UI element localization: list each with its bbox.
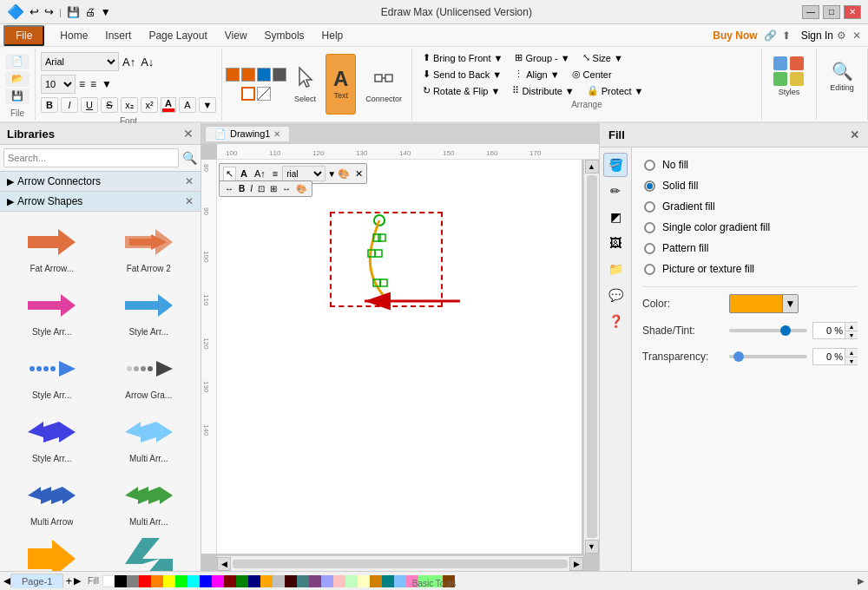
editing-button[interactable]: 🔍 Editing xyxy=(822,50,862,102)
shade-tint-down[interactable]: ▼ xyxy=(845,331,858,338)
transparency-up[interactable]: ▲ xyxy=(845,349,858,357)
gradient-fill-radio[interactable] xyxy=(644,201,655,213)
hscroll-thumb[interactable] xyxy=(233,560,568,568)
fill-help-icon[interactable]: ❓ xyxy=(603,309,628,333)
quick-access-button[interactable]: ▼ xyxy=(101,6,111,18)
vscroll-thumb[interactable] xyxy=(587,175,597,538)
sign-in-link[interactable]: Sign In xyxy=(801,30,833,42)
horizontal-scrollbar[interactable]: ◀ ▶ xyxy=(217,555,583,571)
bring-front-button[interactable]: ⬆ Bring to Front ▼ xyxy=(418,50,509,65)
new-button[interactable]: 📄 xyxy=(5,54,30,69)
tab-close-icon[interactable]: ✕ xyxy=(273,129,280,139)
arrow-shapes-close-icon[interactable]: ✕ xyxy=(185,195,194,207)
picture-fill-radio[interactable] xyxy=(644,264,655,275)
floating-select-icon[interactable]: ↖ xyxy=(223,167,236,181)
floating-font-select[interactable]: rial xyxy=(282,166,326,181)
highlight-button[interactable]: A xyxy=(179,97,196,113)
shade-tint-up[interactable]: ▲ xyxy=(845,323,858,331)
ft2-arrows-icon[interactable]: ↔ xyxy=(223,183,235,194)
pattern-fill-radio[interactable] xyxy=(644,243,655,254)
stroke-style-swatch[interactable] xyxy=(241,87,255,101)
vertical-scrollbar[interactable]: ▲ ▼ xyxy=(583,160,599,554)
ft2-style3-icon[interactable]: ↔ xyxy=(280,183,293,194)
insert-menu[interactable]: Insert xyxy=(96,28,140,43)
save-button[interactable]: 💾 xyxy=(67,6,80,18)
text-color-swatch[interactable] xyxy=(273,68,286,82)
align-left-icon[interactable]: ≡ xyxy=(77,78,87,90)
list-item[interactable]: Style Arr... xyxy=(5,280,99,340)
undo-button[interactable]: ↩ xyxy=(30,5,39,18)
symbols-menu[interactable]: Symbols xyxy=(256,28,313,43)
sidebar-close-icon[interactable]: ✕ xyxy=(183,127,194,141)
select-button[interactable]: Select xyxy=(288,54,322,115)
drawing1-tab[interactable]: 📄 Drawing1 ✕ xyxy=(205,126,290,141)
drawing-canvas[interactable]: ↖ A A↑ ≡ rial ▼ 🎨 ✕ ↔ B I ⊡ ⊞ xyxy=(217,160,582,554)
floating-font-size-icon[interactable]: A↑ xyxy=(252,167,268,180)
shape-style-swatch[interactable] xyxy=(257,87,271,101)
font-grow-icon[interactable]: A↑ xyxy=(121,56,137,69)
pattern-fill-option[interactable]: Pattern fill xyxy=(642,238,858,259)
send-back-button[interactable]: ⬇ Send to Back ▼ xyxy=(418,67,507,82)
no-fill-option[interactable]: No fill xyxy=(642,154,858,175)
no-fill-radio[interactable] xyxy=(644,160,655,171)
transparency-track[interactable] xyxy=(729,355,807,358)
fill-paint-icon[interactable]: 🪣 xyxy=(603,153,628,177)
font-dropdown-button[interactable]: ▼ xyxy=(199,97,216,113)
shade-tint-track[interactable] xyxy=(729,329,807,332)
group-button[interactable]: ⊞ Group - ▼ xyxy=(510,50,575,65)
protect-button[interactable]: 🔒 Protect ▼ xyxy=(582,83,649,98)
close-menu-icon[interactable]: ✕ xyxy=(849,28,865,43)
export-icon[interactable]: ⬆ xyxy=(779,28,794,43)
fill-close-icon[interactable]: ✕ xyxy=(850,128,859,141)
list-item[interactable]: Arrow Gra... xyxy=(102,344,196,403)
floating-paint-icon[interactable]: 🎨 xyxy=(338,168,350,180)
open-button[interactable]: 📂 xyxy=(5,71,30,87)
transparency-thumb[interactable] xyxy=(733,351,744,362)
share-icon[interactable]: 🔗 xyxy=(763,28,779,43)
hscroll-right-button[interactable]: ▶ xyxy=(569,557,583,571)
font-shrink-icon[interactable]: A↓ xyxy=(139,56,155,69)
view-menu[interactable]: View xyxy=(216,28,256,43)
maximize-button[interactable]: □ xyxy=(823,5,840,19)
list-item[interactable]: Multi Arr... xyxy=(102,407,196,467)
fill-line-icon[interactable]: ✏ xyxy=(603,179,628,203)
floating-dropdown-icon[interactable]: ▼ xyxy=(327,169,336,179)
list-item[interactable]: Style Arr... xyxy=(102,280,196,340)
picture-fill-option[interactable]: Picture or texture fill xyxy=(642,259,858,279)
single-color-gradient-option[interactable]: Single color gradient fill xyxy=(642,217,858,238)
canvas-wrapper[interactable]: /* ruler marks */ 100 110 120 130 140 15… xyxy=(201,144,599,571)
ft2-paint2-icon[interactable]: 🎨 xyxy=(294,183,308,194)
fill-folder-icon[interactable]: 📁 xyxy=(603,257,628,281)
shade-tint-input[interactable] xyxy=(813,323,845,338)
transparency-down[interactable]: ▼ xyxy=(845,357,858,364)
fill-image-icon[interactable]: 🖼 xyxy=(603,231,628,255)
settings-gear-icon[interactable]: ⚙ xyxy=(833,28,849,43)
floating-text-icon[interactable]: A xyxy=(238,167,250,180)
print-button[interactable]: 🖨 xyxy=(85,6,95,18)
arrow-connectors-close-icon[interactable]: ✕ xyxy=(185,175,194,187)
strikethrough-button[interactable]: S xyxy=(101,97,118,113)
file-menu[interactable]: File xyxy=(3,25,44,46)
home-menu[interactable]: Home xyxy=(51,28,96,43)
connector-button[interactable]: Connector xyxy=(359,54,408,115)
fill-shadow-icon[interactable]: ◩ xyxy=(603,205,628,229)
bold-button[interactable]: B xyxy=(41,97,58,113)
gradient-fill-option[interactable]: Gradient fill xyxy=(642,196,858,217)
italic-button[interactable]: I xyxy=(61,97,78,113)
size-button[interactable]: ⤡ Size ▼ xyxy=(577,50,628,65)
minimize-button[interactable]: — xyxy=(802,5,819,19)
list-item[interactable]: Multi Arrow xyxy=(5,470,99,530)
align-center-icon[interactable]: ≡ xyxy=(89,78,98,90)
center-button[interactable]: ◎ Center xyxy=(567,67,617,82)
single-color-gradient-radio[interactable] xyxy=(644,222,655,233)
hscroll-left-button[interactable]: ◀ xyxy=(217,557,231,571)
vscroll-down-button[interactable]: ▼ xyxy=(585,540,599,554)
list-item[interactable]: Fat Arrow... xyxy=(5,217,99,277)
align-button[interactable]: ⋮ Align ▼ xyxy=(509,67,564,82)
font-family-select[interactable]: Arial xyxy=(41,52,119,71)
search-input[interactable] xyxy=(3,148,179,167)
font-size-select[interactable]: 10 xyxy=(41,75,76,94)
solid-fill-option[interactable]: Solid fill xyxy=(642,175,858,196)
search-icon[interactable]: 🔍 xyxy=(182,151,197,165)
distribute-button[interactable]: ⠿ Distribute ▼ xyxy=(507,83,579,98)
